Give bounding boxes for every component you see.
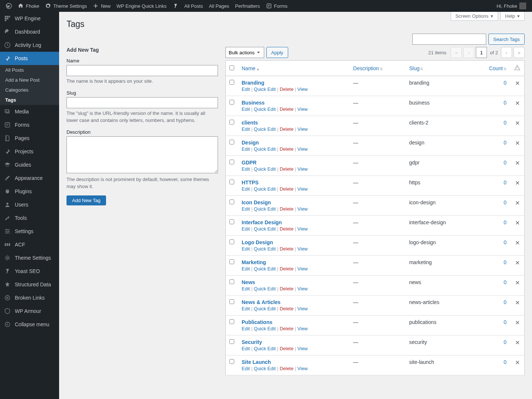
tag-name-input[interactable]	[66, 65, 218, 76]
menu-activity-log[interactable]: Activity Log	[0, 38, 59, 52]
menu-yoast[interactable]: Yoast SEO	[0, 265, 59, 278]
menu-dashboard[interactable]: Dashboard	[0, 25, 59, 38]
add-new-tag-button[interactable]: Add New Tag	[66, 195, 106, 205]
close-icon[interactable]: ✕	[515, 120, 520, 126]
close-icon[interactable]: ✕	[515, 140, 520, 146]
row-checkbox[interactable]	[229, 239, 234, 244]
delete-link[interactable]: Delete	[280, 166, 294, 172]
tag-count-link[interactable]: 0	[504, 279, 507, 285]
close-icon[interactable]: ✕	[515, 240, 520, 246]
quick-edit-link[interactable]: Quick Edit	[254, 206, 276, 212]
all-pages-link[interactable]: All Pages	[206, 0, 232, 12]
tag-name-link[interactable]: Publications	[242, 319, 272, 325]
view-link[interactable]: View	[297, 146, 308, 152]
close-icon[interactable]: ✕	[515, 80, 520, 86]
view-link[interactable]: View	[297, 346, 308, 351]
tag-name-link[interactable]: clients	[242, 120, 258, 126]
row-checkbox[interactable]	[229, 120, 234, 125]
edit-link[interactable]: Edit	[242, 86, 250, 92]
tag-name-link[interactable]: News & Articles	[242, 299, 280, 305]
menu-users[interactable]: Users	[0, 198, 59, 211]
close-icon[interactable]: ✕	[515, 100, 520, 106]
edit-link[interactable]: Edit	[242, 246, 250, 252]
view-link[interactable]: View	[297, 306, 308, 311]
close-icon[interactable]: ✕	[515, 180, 520, 186]
menu-pages[interactable]: Pages	[0, 132, 59, 145]
row-checkbox[interactable]	[229, 359, 234, 364]
menu-settings[interactable]: Settings	[0, 225, 59, 238]
quick-edit-link[interactable]: Quick Edit	[254, 226, 276, 232]
next-page-button[interactable]: ›	[501, 47, 512, 58]
menu-projects[interactable]: Projects	[0, 145, 59, 158]
bulk-actions-select[interactable]: Bulk actions	[225, 47, 264, 58]
tag-count-link[interactable]: 0	[504, 180, 507, 185]
menu-guides[interactable]: Guides	[0, 158, 59, 171]
tag-name-link[interactable]: Interface Design	[242, 219, 282, 225]
delete-link[interactable]: Delete	[280, 226, 294, 232]
menu-broken-links[interactable]: Broken Links	[0, 291, 59, 304]
view-link[interactable]: View	[297, 86, 308, 92]
tag-count-link[interactable]: 0	[504, 200, 507, 205]
tag-search-input[interactable]	[412, 34, 486, 45]
quick-edit-link[interactable]: Quick Edit	[254, 346, 276, 351]
edit-link[interactable]: Edit	[242, 126, 250, 132]
tag-count-link[interactable]: 0	[504, 160, 507, 166]
row-checkbox[interactable]	[229, 319, 234, 324]
sub-add-post[interactable]: Add a New Post	[0, 75, 59, 85]
delete-link[interactable]: Delete	[280, 126, 294, 132]
yoast-menu[interactable]	[170, 0, 181, 12]
menu-appearance[interactable]: Appearance	[0, 171, 59, 185]
quick-edit-link[interactable]: Quick Edit	[254, 266, 276, 272]
apply-button[interactable]: Apply	[266, 47, 288, 58]
tag-name-link[interactable]: HTTPS	[242, 180, 259, 185]
row-checkbox[interactable]	[229, 80, 234, 85]
col-count[interactable]: Count⇅	[473, 61, 510, 76]
help-toggle[interactable]: Help▾	[500, 12, 525, 21]
edit-link[interactable]: Edit	[242, 146, 250, 152]
edit-link[interactable]: Edit	[242, 306, 250, 311]
menu-media[interactable]: Media	[0, 105, 59, 118]
edit-link[interactable]: Edit	[242, 266, 250, 272]
view-link[interactable]: View	[297, 366, 308, 371]
edit-link[interactable]: Edit	[242, 166, 250, 172]
row-checkbox[interactable]	[229, 279, 234, 284]
view-link[interactable]: View	[297, 206, 308, 212]
search-tags-button[interactable]: Search Tags	[488, 34, 525, 45]
perfmatters-link[interactable]: Perfmatters	[232, 0, 263, 12]
menu-structured-data[interactable]: Structured Data	[0, 278, 59, 291]
screen-options-toggle[interactable]: Screen Options▾	[451, 12, 498, 21]
prev-page-button[interactable]: ‹	[463, 47, 474, 58]
col-description[interactable]: Description⇅	[349, 61, 406, 76]
view-link[interactable]: View	[297, 246, 308, 252]
delete-link[interactable]: Delete	[280, 106, 294, 112]
first-page-button[interactable]: «	[451, 47, 462, 58]
delete-link[interactable]: Delete	[280, 266, 294, 272]
row-checkbox[interactable]	[229, 339, 234, 344]
close-icon[interactable]: ✕	[515, 260, 520, 266]
menu-collapse[interactable]: Collapse menu	[0, 318, 59, 331]
tag-name-link[interactable]: News	[242, 279, 255, 285]
sub-tags[interactable]: Tags	[0, 95, 59, 105]
edit-link[interactable]: Edit	[242, 186, 250, 192]
delete-link[interactable]: Delete	[280, 366, 294, 371]
tag-count-link[interactable]: 0	[504, 100, 507, 106]
tag-name-link[interactable]: Business	[242, 100, 265, 106]
site-name-menu[interactable]: Fhoke	[15, 0, 42, 12]
view-link[interactable]: View	[297, 286, 308, 291]
delete-link[interactable]: Delete	[280, 246, 294, 252]
quick-edit-link[interactable]: Quick Edit	[254, 306, 276, 311]
delete-link[interactable]: Delete	[280, 86, 294, 92]
menu-plugins[interactable]: Plugins	[0, 185, 59, 198]
sub-all-posts[interactable]: All Posts	[0, 65, 59, 75]
menu-forms[interactable]: Forms	[0, 118, 59, 132]
close-icon[interactable]: ✕	[515, 359, 520, 366]
edit-link[interactable]: Edit	[242, 226, 250, 232]
current-page-input[interactable]	[476, 47, 487, 58]
row-checkbox[interactable]	[229, 180, 234, 184]
row-checkbox[interactable]	[229, 200, 234, 204]
delete-link[interactable]: Delete	[280, 146, 294, 152]
menu-posts[interactable]: Posts	[0, 52, 59, 65]
tag-count-link[interactable]: 0	[504, 219, 507, 225]
select-all-checkbox[interactable]	[229, 65, 234, 70]
view-link[interactable]: View	[297, 126, 308, 132]
